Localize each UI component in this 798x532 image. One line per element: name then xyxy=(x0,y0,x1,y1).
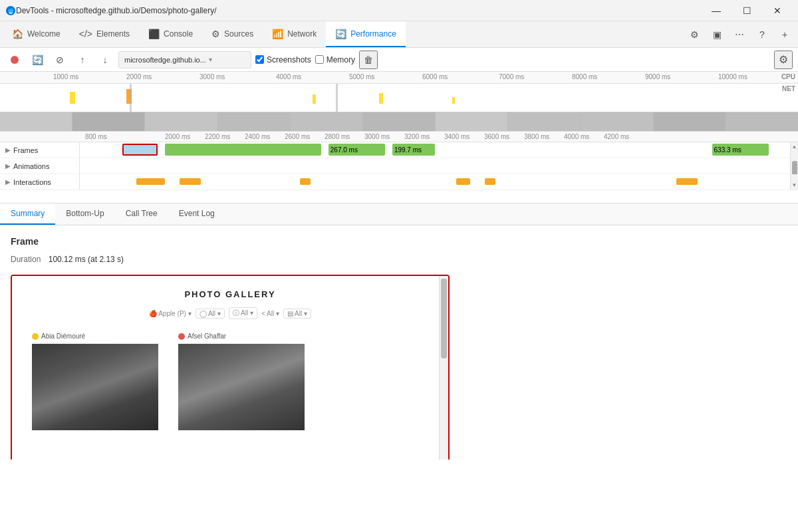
scroll-down-arrow[interactable]: ▼ xyxy=(791,182,798,188)
flame-chart-area[interactable]: 800 ms 2000 ms 2200 ms 2400 ms 2600 ms 2… xyxy=(0,132,798,203)
settings-icon[interactable]: ⚙ xyxy=(684,24,705,45)
content-title: Frame xyxy=(11,236,787,247)
network-icon: 📶 xyxy=(272,29,283,39)
gallery-persons: Abia Diémouré Afsel Ghaffar xyxy=(32,332,428,430)
gallery-person-1: Abia Diémouré xyxy=(32,332,158,430)
frame-block-selected[interactable] xyxy=(122,144,158,156)
tab-welcome[interactable]: 🏠 Welcome xyxy=(3,21,70,47)
tab-summary[interactable]: Summary xyxy=(0,203,55,225)
screenshot-thumb-8 xyxy=(508,112,581,132)
flame-tick-4000: 4000 ms xyxy=(564,133,589,140)
flame-tick-3600: 3600 ms xyxy=(484,133,509,140)
window-title: DevTools - microsoftedge.github.io/Demos… xyxy=(16,6,701,15)
preview-scrollbar[interactable] xyxy=(439,276,448,460)
gallery-preview: PHOTO GALLERY 🍎 Apple (P) ▾ ◯ All ▾ ⓘ Al… xyxy=(12,276,448,460)
tab-bottom-up[interactable]: Bottom-Up xyxy=(55,203,114,225)
ruler-tick-9: 9000 ms xyxy=(645,73,670,80)
more-tools-icon[interactable]: ⋯ xyxy=(729,24,750,45)
add-tab-icon[interactable]: + xyxy=(774,24,795,45)
interaction-bar-1 xyxy=(136,178,165,185)
frame-block-2[interactable] xyxy=(165,144,321,156)
ruler-tick-1: 1000 ms xyxy=(53,73,78,80)
dock-icon[interactable]: ▣ xyxy=(706,24,728,45)
maximize-button[interactable]: ☐ xyxy=(732,0,762,21)
duration-label: Duration xyxy=(11,255,41,264)
frame-block-199[interactable]: 199.7 ms xyxy=(392,144,435,156)
clear-profile-button[interactable]: 🗑 xyxy=(359,51,378,69)
upload-button[interactable]: ↑ xyxy=(73,51,92,69)
interactions-track[interactable] xyxy=(80,174,790,190)
tab-sources[interactable]: ⚙ Sources xyxy=(202,21,263,47)
home-icon: 🏠 xyxy=(12,29,23,39)
frame-block-633[interactable]: 633.3 ms xyxy=(712,144,769,156)
flame-tick-3800: 3800 ms xyxy=(524,133,549,140)
tab-console[interactable]: ⬛ Console xyxy=(139,21,202,47)
svg-point-1 xyxy=(11,56,19,64)
minimize-button[interactable]: — xyxy=(701,0,732,21)
flame-tick-2800: 2800 ms xyxy=(325,133,350,140)
person-label-2: Afsel Ghaffar xyxy=(178,332,226,340)
flame-tick-2600: 2600 ms xyxy=(285,133,310,140)
tab-network[interactable]: 📶 Network xyxy=(263,21,326,47)
screenshots-checkbox[interactable] xyxy=(255,55,264,64)
frames-track[interactable]: 267.0 ms 199.7 ms 633.3 ms xyxy=(80,142,790,158)
ruler-tick-5: 5000 ms xyxy=(349,73,374,80)
screenshot-thumb-3 xyxy=(145,112,217,132)
timeline-ruler: 1000 ms 2000 ms 3000 ms 4000 ms 5000 ms … xyxy=(0,72,798,84)
cpu-bar-4 xyxy=(379,93,383,104)
close-button[interactable]: ✕ xyxy=(762,0,793,21)
animations-label[interactable]: ▶ Animations xyxy=(0,158,80,174)
download-button[interactable]: ↓ xyxy=(96,51,114,69)
frames-label[interactable]: ▶ Frames xyxy=(0,142,80,158)
help-icon[interactable]: ? xyxy=(751,24,773,45)
photo-thumb-2 xyxy=(178,344,305,430)
person-dot-2 xyxy=(178,333,185,340)
record-button[interactable] xyxy=(5,51,24,69)
screenshot-thumb-11 xyxy=(726,112,798,132)
url-display: microsoftedge.github.io... ▾ xyxy=(118,51,251,68)
flame-scrollbar-top[interactable]: ▲ xyxy=(790,142,798,158)
clear-button[interactable]: ⊘ xyxy=(51,51,69,69)
animations-scrollbar xyxy=(790,158,798,174)
screenshots-checkbox-label[interactable]: Screenshots xyxy=(255,55,311,65)
frames-row: ▶ Frames 267.0 ms 199.7 ms 633.3 ms ▲ xyxy=(0,142,798,158)
refresh-button[interactable]: 🔄 xyxy=(28,51,47,69)
capture-settings-button[interactable]: ⚙ xyxy=(774,51,793,69)
memory-checkbox-label[interactable]: Memory xyxy=(315,55,355,65)
interaction-bar-2 xyxy=(180,178,201,185)
duration-row: Duration 100.12 ms (at 2.13 s) xyxy=(11,255,787,264)
interactions-label[interactable]: ▶ Interactions xyxy=(0,174,80,190)
ruler-tick-7: 7000 ms xyxy=(499,73,524,80)
photo-thumb-1 xyxy=(32,344,158,430)
flame-tick-800: 800 ms xyxy=(85,133,107,140)
scroll-up-arrow[interactable]: ▲ xyxy=(792,144,797,150)
flame-tick-3400: 3400 ms xyxy=(444,133,469,140)
tab-event-log[interactable]: Event Log xyxy=(168,203,225,225)
person-name-1: Abia Diémouré xyxy=(41,332,85,340)
animations-track[interactable] xyxy=(80,158,790,174)
gallery-filters: 🍎 Apple (P) ▾ ◯ All ▾ ⓘ All ▾ < All ▾ ▤ … xyxy=(32,307,428,319)
elements-icon: </> xyxy=(79,29,92,39)
memory-checkbox[interactable] xyxy=(315,55,324,64)
url-dropdown-arrow[interactable]: ▾ xyxy=(209,56,212,63)
cpu-bar-1 xyxy=(70,92,75,104)
cpu-bar-5 xyxy=(452,97,455,104)
tab-call-tree[interactable]: Call Tree xyxy=(115,203,168,225)
tab-elements[interactable]: </> Elements xyxy=(70,21,139,47)
bottom-tab-bar: Summary Bottom-Up Call Tree Event Log xyxy=(0,203,798,225)
preview-scrollbar-thumb[interactable] xyxy=(441,279,447,358)
gallery-person-2: Afsel Ghaffar xyxy=(178,332,305,430)
interactions-scrollbar: ▼ xyxy=(790,174,798,190)
flame-ruler: 800 ms 2000 ms 2200 ms 2400 ms 2600 ms 2… xyxy=(0,132,798,142)
screenshot-thumb-9 xyxy=(581,112,654,132)
screenshot-thumb-4 xyxy=(218,112,291,132)
frames-label-text: Frames xyxy=(13,146,38,154)
animations-row: ▶ Animations xyxy=(0,158,798,174)
title-bar: DevTools - microsoftedge.github.io/Demos… xyxy=(0,0,798,21)
tab-performance[interactable]: 🔄 Performance xyxy=(326,21,406,47)
frame-block-267[interactable]: 267.0 ms xyxy=(329,144,385,156)
screenshots-strip[interactable] xyxy=(0,112,798,132)
ruler-tick-2: 2000 ms xyxy=(126,73,152,80)
screenshot-thumb-2 xyxy=(72,112,145,132)
timeline-overview[interactable]: 1000 ms 2000 ms 3000 ms 4000 ms 5000 ms … xyxy=(0,72,798,132)
